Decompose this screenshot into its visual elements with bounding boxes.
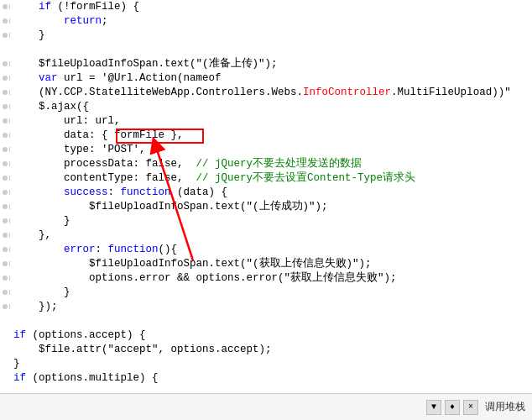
line-gutter — [0, 261, 10, 266]
code-line: if (options.accept) { — [0, 328, 532, 343]
code-token: (options.accept) { — [26, 328, 146, 343]
line-gutter — [0, 247, 10, 252]
code-token: }); — [39, 300, 58, 314]
pin-button[interactable]: ♦ — [445, 400, 460, 415]
code-line: (NY.CCP.StatelliteWebApp.Controllers.Web… — [0, 86, 532, 100]
code-token: $fileUploadInfoSpan.text("(获取上传信息失败)"); — [89, 257, 372, 271]
code-token: } — [64, 286, 70, 300]
code-line — [0, 314, 532, 328]
code-token: } — [64, 214, 70, 228]
code-token: (){ — [159, 243, 178, 257]
status-bar: ▼ ♦ × 调用堆栈 — [0, 393, 532, 420]
line-gutter — [0, 176, 10, 181]
line-gutter — [0, 104, 10, 109]
line-gutter — [0, 233, 10, 238]
line-gutter — [0, 161, 10, 166]
line-gutter — [0, 218, 10, 223]
code-token: url: url, — [64, 114, 121, 129]
code-token: .MultiFileUpload))" — [391, 86, 511, 100]
line-gutter — [0, 4, 10, 9]
line-gutter — [0, 190, 10, 195]
code-token: function — [108, 243, 159, 257]
code-line — [0, 43, 532, 57]
code-line: processData: false, // jQuery不要去处理发送的数据 — [0, 157, 532, 171]
code-line: } — [0, 214, 532, 228]
line-gutter — [0, 76, 10, 81]
editor-container: if (!formFile) { return; } $fileUploadIn… — [0, 0, 532, 420]
code-line: }, — [0, 228, 532, 243]
code-line: options.error && options.error("获取上传信息失败… — [0, 271, 532, 286]
code-token: (data) { — [171, 186, 228, 200]
code-area[interactable]: if (!formFile) { return; } $fileUploadIn… — [0, 0, 532, 393]
code-line: if (!formFile) { — [0, 0, 532, 14]
line-gutter — [0, 147, 10, 152]
code-line: $fileUploadInfoSpan.text("(准备上传)"); — [0, 57, 532, 71]
close-panel-button[interactable]: × — [463, 400, 478, 415]
code-token: contentType: false, — [64, 171, 196, 186]
line-gutter — [0, 204, 10, 209]
code-token: ; — [102, 14, 108, 29]
line-gutter — [0, 33, 10, 38]
line-gutter — [0, 90, 10, 95]
code-token: $fileUploadInfoSpan.text("(准备上传)"); — [39, 57, 278, 71]
code-line: $.ajax({ — [0, 100, 532, 114]
line-gutter — [0, 290, 10, 295]
code-token: var — [39, 71, 58, 86]
code-token: (NY.CCP.StatelliteWebApp.Controllers.Web… — [39, 86, 303, 100]
code-token: data: { formFile }, — [64, 129, 184, 143]
code-token: } — [13, 357, 20, 371]
code-token: url = '@Url.Action(nameof — [58, 71, 222, 86]
code-line: error: function(){ — [0, 243, 532, 257]
pin-down-button[interactable]: ▼ — [426, 400, 441, 415]
call-stack-label: 调用堆栈 — [485, 400, 525, 414]
code-line: } — [0, 29, 532, 43]
code-line: } — [0, 286, 532, 300]
code-token: $fileUploadInfoSpan.text("(上传成功)"); — [89, 200, 328, 214]
line-gutter — [0, 133, 10, 138]
code-token: return — [64, 14, 102, 29]
code-line: data: { formFile }, — [0, 129, 532, 143]
code-token: error — [64, 243, 96, 257]
code-line: $fileUploadInfoSpan.text("(上传成功)"); — [0, 200, 532, 214]
code-token: // jQuery不要去处理发送的数据 — [196, 157, 362, 171]
line-gutter — [0, 276, 10, 281]
code-token: }, — [39, 228, 51, 243]
code-token: success — [64, 186, 108, 200]
code-token: // jQuery不要去设置Content-Type请求头 — [196, 171, 416, 186]
line-gutter — [0, 61, 10, 66]
line-gutter — [0, 304, 10, 309]
code-token: (options.multiple) { — [26, 371, 159, 386]
code-line: url: url, — [0, 114, 532, 129]
code-token: $file.attr("accept", options.accept); — [39, 343, 272, 357]
code-line: contentType: false, // jQuery不要去设置Conten… — [0, 171, 532, 186]
code-line: }); — [0, 300, 532, 314]
code-line: $fileUploadInfoSpan.text("(获取上传信息失败)"); — [0, 257, 532, 271]
code-token: options.error && options.error("获取上传信息失败… — [89, 271, 397, 286]
code-token: : — [96, 243, 108, 257]
line-gutter — [0, 18, 10, 24]
code-token: if — [13, 371, 26, 386]
code-token: : — [108, 186, 121, 200]
code-line: return; — [0, 14, 532, 29]
code-line: if (options.multiple) { — [0, 371, 532, 386]
code-token: if — [39, 0, 51, 14]
code-line: var url = '@Url.Action(nameof — [0, 71, 532, 86]
code-token: (!formFile) { — [51, 0, 139, 14]
code-token: if — [13, 328, 26, 343]
code-token: $.ajax({ — [39, 100, 89, 114]
code-token: type: 'POST', — [64, 143, 146, 157]
status-icons: ▼ ♦ × — [426, 400, 478, 415]
line-gutter — [0, 118, 10, 123]
code-line: type: 'POST', — [0, 143, 532, 157]
code-token: function — [121, 186, 171, 200]
code-line: } — [0, 357, 532, 371]
code-token: InfoController — [303, 86, 391, 100]
code-line: success: function (data) { — [0, 186, 532, 200]
code-token: } — [39, 29, 45, 43]
code-line: $file.attr("accept", options.accept); — [0, 343, 532, 357]
code-token: processData: false, — [64, 157, 196, 171]
